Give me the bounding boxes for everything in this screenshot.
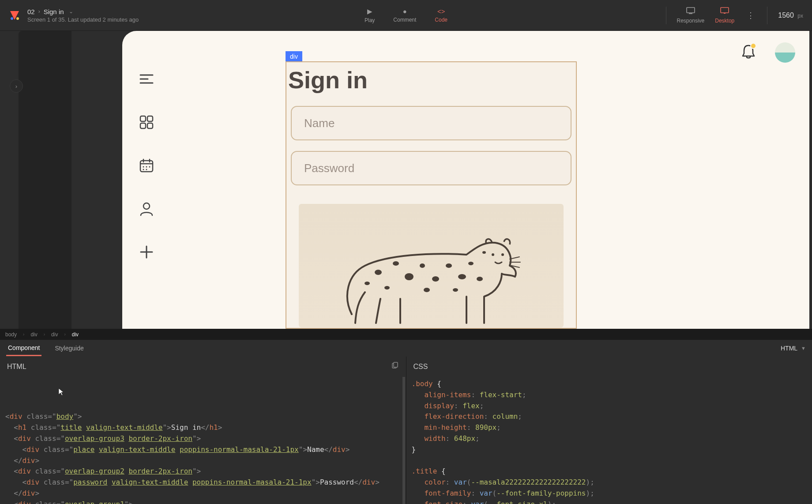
comment-icon: ● (403, 8, 407, 15)
code-label: Code (435, 17, 447, 23)
user-icon[interactable] (138, 200, 155, 217)
svg-point-18 (501, 253, 504, 256)
svg-point-19 (375, 270, 382, 275)
apps-grid-icon[interactable] (138, 114, 155, 131)
css-panel-label: CSS (414, 363, 428, 371)
breadcrumb-dropdown-icon[interactable]: ⌄ (69, 8, 73, 15)
svg-rect-3 (689, 13, 692, 14)
svg-point-21 (405, 273, 414, 280)
breadcrumb-prefix[interactable]: 02 (27, 8, 35, 15)
path-segment[interactable]: div (51, 331, 58, 338)
svg-point-1 (16, 17, 19, 20)
svg-rect-34 (394, 362, 398, 367)
svg-point-14 (143, 169, 144, 170)
calendar-icon[interactable] (138, 157, 155, 174)
chevron-right-icon: › (44, 332, 45, 337)
code-button[interactable]: <> Code (435, 8, 447, 23)
language-selector[interactable]: HTML ▼ (781, 345, 806, 352)
design-canvas[interactable]: div Sign in Name Password (71, 31, 812, 329)
responsive-label: Responsive (677, 18, 705, 24)
path-segment[interactable]: div (30, 331, 37, 338)
svg-rect-9 (147, 123, 153, 128)
svg-point-25 (458, 274, 466, 279)
copy-icon[interactable] (391, 362, 399, 372)
svg-point-24 (446, 263, 452, 268)
signin-title[interactable]: Sign in (288, 66, 368, 94)
chevron-right-icon: › (38, 8, 40, 15)
svg-point-17 (492, 253, 494, 256)
svg-rect-4 (721, 8, 729, 13)
desktop-mode-button[interactable]: Desktop (715, 7, 734, 24)
leopard-illustration (334, 222, 528, 327)
password-placeholder: Password (304, 162, 354, 175)
html-panel-label: HTML (7, 363, 26, 371)
comment-button[interactable]: ● Comment (393, 8, 416, 23)
plus-icon[interactable] (138, 244, 155, 260)
mouse-cursor-icon (57, 387, 66, 396)
svg-point-29 (424, 288, 430, 292)
expand-panel-button[interactable]: › (10, 79, 23, 93)
comment-label: Comment (393, 17, 416, 23)
breadcrumb-subtitle: Screen 1 of 35. Last updated 2 minutes a… (27, 16, 139, 23)
svg-point-23 (432, 276, 439, 282)
name-placeholder: Name (304, 117, 335, 130)
responsive-icon (686, 7, 695, 16)
name-field[interactable]: Name (291, 106, 571, 140)
code-icon: <> (437, 8, 445, 15)
notification-dot-icon (750, 43, 756, 49)
chevron-right-icon: › (64, 332, 65, 337)
svg-rect-5 (724, 13, 726, 14)
breadcrumb-name[interactable]: Sign in (44, 8, 64, 15)
svg-point-20 (393, 261, 399, 266)
chevron-down-icon: ▼ (801, 346, 806, 351)
selection-path-bar: body › div › div › div (0, 329, 812, 340)
svg-point-26 (468, 262, 474, 265)
menu-icon[interactable] (138, 71, 155, 87)
play-icon: ▶ (367, 8, 372, 15)
svg-rect-8 (140, 123, 146, 128)
svg-point-16 (143, 203, 150, 209)
svg-point-15 (146, 169, 147, 170)
notification-bell-button[interactable] (740, 43, 757, 62)
path-segment[interactable]: body (5, 331, 17, 338)
more-menu-button[interactable]: ⋮ (745, 11, 756, 19)
tab-component[interactable]: Component (6, 341, 41, 356)
svg-rect-7 (147, 116, 153, 121)
separator (666, 7, 666, 24)
html-code-editor[interactable]: <div class="body"> <h1 class="title vali… (0, 377, 405, 504)
svg-point-22 (420, 263, 425, 268)
responsive-mode-button[interactable]: Responsive (677, 7, 705, 24)
illustration-area[interactable] (299, 204, 564, 327)
avatar[interactable] (775, 42, 795, 63)
app-logo[interactable] (9, 10, 20, 21)
language-label: HTML (781, 345, 797, 352)
svg-point-12 (146, 166, 147, 168)
svg-point-13 (149, 166, 150, 168)
svg-point-27 (477, 277, 483, 281)
svg-point-28 (384, 286, 390, 290)
artboard-margin (19, 31, 71, 329)
separator (767, 7, 767, 24)
css-code-editor[interactable]: .body { align-items: flex-start; display… (406, 377, 812, 504)
svg-point-30 (453, 288, 458, 292)
path-segment-active[interactable]: div (72, 331, 79, 338)
play-label: Play (365, 17, 375, 23)
desktop-icon (720, 7, 729, 16)
svg-point-31 (365, 282, 370, 285)
desktop-label: Desktop (715, 18, 734, 24)
svg-rect-2 (687, 8, 695, 13)
svg-point-32 (482, 251, 486, 254)
play-button[interactable]: ▶ Play (365, 8, 375, 23)
viewport-width[interactable]: 1560 (778, 11, 794, 19)
viewport-unit: px (797, 13, 803, 19)
svg-point-11 (143, 166, 144, 168)
svg-rect-6 (140, 116, 146, 121)
svg-point-0 (11, 17, 13, 20)
chevron-right-icon: › (15, 83, 17, 90)
selection-tag[interactable]: div (286, 51, 302, 62)
chevron-right-icon: › (23, 332, 24, 337)
artboard[interactable]: div Sign in Name Password (122, 31, 809, 329)
password-field[interactable]: Password (291, 151, 571, 185)
tab-styleguide[interactable]: Styleguide (53, 341, 85, 355)
